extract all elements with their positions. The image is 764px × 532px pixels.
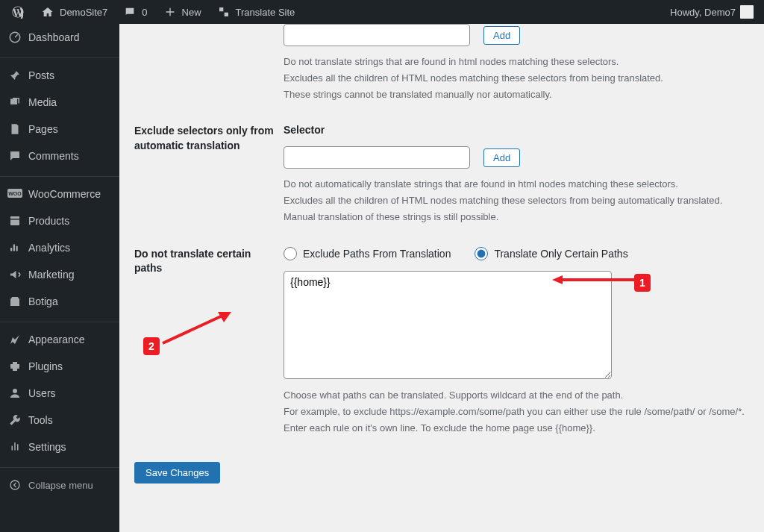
sidebar-separator xyxy=(0,173,119,177)
settings-icon xyxy=(7,439,22,454)
radio-translate-only-input[interactable] xyxy=(475,247,488,260)
annotation-marker-1: 1 xyxy=(634,274,651,292)
botiga-icon xyxy=(7,294,22,309)
annotation-arrow-1 xyxy=(552,274,634,286)
user-menu[interactable]: Howdy, Demo7 xyxy=(664,0,760,24)
collapse-menu[interactable]: Collapse menu xyxy=(0,472,119,498)
sidebar-item-label: Products xyxy=(28,215,69,227)
sidebar-item-label: Analytics xyxy=(28,242,70,254)
avatar xyxy=(740,5,754,19)
admin-bar: DemoSite7 0 New Translate Site Howdy, De… xyxy=(0,0,764,24)
main-content: Add Do not translate strings that are fo… xyxy=(119,24,764,532)
sidebar-item-appearance[interactable]: Appearance xyxy=(0,326,119,353)
tools-icon xyxy=(7,413,22,428)
selector-heading: Selector xyxy=(284,124,749,136)
sidebar-item-users[interactable]: Users xyxy=(0,380,119,407)
radio-exclude-paths[interactable]: Exclude Paths From Translation xyxy=(284,247,451,260)
sidebar-item-label: Tools xyxy=(28,414,53,426)
help-text: Manual translation of these strings is s… xyxy=(284,209,749,225)
media-icon xyxy=(7,95,22,110)
sidebar-item-label: WooCommerce xyxy=(28,188,101,200)
sidebar-separator xyxy=(0,464,119,468)
help-text: Do not automatically translate strings t… xyxy=(284,176,749,193)
marketing-icon xyxy=(7,267,22,282)
sidebar-item-tools[interactable]: Tools xyxy=(0,407,119,434)
wordpress-icon xyxy=(10,4,25,19)
sidebar-item-dashboard[interactable]: Dashboard xyxy=(0,24,119,51)
help-text: Choose what paths can be translated. Sup… xyxy=(284,387,749,404)
add-button[interactable]: Add xyxy=(483,26,520,45)
radio-label-text: Translate Only Certain Paths xyxy=(494,248,627,260)
woocommerce-icon: WOO xyxy=(7,187,22,201)
sidebar-item-label: Dashboard xyxy=(28,31,80,43)
exclude-auto-selector-input[interactable] xyxy=(284,146,470,169)
sidebar-item-label: Comments xyxy=(28,150,79,162)
products-icon xyxy=(7,213,22,228)
annotation-marker-2: 2 xyxy=(143,337,160,355)
sidebar-item-plugins[interactable]: Plugins xyxy=(0,353,119,380)
help-text: These strings cannot be translated manua… xyxy=(284,87,749,103)
home-icon xyxy=(40,4,55,19)
comment-icon xyxy=(122,4,137,19)
sidebar-item-marketing[interactable]: Marketing xyxy=(0,261,119,288)
translate-label: Translate Site xyxy=(236,7,295,18)
analytics-icon xyxy=(7,240,22,255)
translate-site[interactable]: Translate Site xyxy=(210,0,301,24)
collapse-icon xyxy=(7,478,22,492)
sidebar-item-label: Appearance xyxy=(28,334,85,345)
sidebar-item-media[interactable]: Media xyxy=(0,89,119,116)
annotation-arrow-2 xyxy=(160,309,231,346)
sidebar: Dashboard Posts Media Pages Comments WOO… xyxy=(0,24,119,532)
sidebar-item-comments[interactable]: Comments xyxy=(0,143,119,169)
howdy-label: Howdy, Demo7 xyxy=(670,7,736,18)
svg-point-4 xyxy=(10,481,19,489)
help-text: Excludes all the children of HTML nodes … xyxy=(284,193,749,209)
exclude-selector-input[interactable] xyxy=(284,24,470,46)
sidebar-item-label: Media xyxy=(28,96,57,108)
sidebar-item-settings[interactable]: Settings xyxy=(0,434,119,460)
save-changes-button[interactable]: Save Changes xyxy=(134,462,220,484)
sidebar-item-products[interactable]: Products xyxy=(0,207,119,234)
comments-count: 0 xyxy=(142,7,147,18)
sidebar-item-woocommerce[interactable]: WOO WooCommerce xyxy=(0,181,119,207)
sidebar-item-pages[interactable]: Pages xyxy=(0,116,119,143)
site-name[interactable]: DemoSite7 xyxy=(34,0,113,24)
sidebar-item-label: Users xyxy=(28,387,56,399)
radio-exclude-input[interactable] xyxy=(284,247,297,260)
svg-marker-6 xyxy=(552,275,563,284)
users-icon xyxy=(7,386,22,401)
sidebar-item-label: Posts xyxy=(28,69,54,81)
pages-icon xyxy=(7,122,22,137)
plugins-icon xyxy=(7,359,22,374)
sidebar-separator xyxy=(0,319,119,322)
svg-point-3 xyxy=(13,389,17,393)
svg-line-7 xyxy=(163,316,221,343)
comments-link[interactable]: 0 xyxy=(116,0,153,24)
help-text: Do not translate strings that are found … xyxy=(284,54,749,70)
pin-icon xyxy=(7,68,22,83)
site-name-label: DemoSite7 xyxy=(60,7,107,18)
svg-text:WOO: WOO xyxy=(8,191,22,196)
paths-textarea[interactable] xyxy=(284,271,612,379)
sidebar-item-label: Marketing xyxy=(28,269,74,281)
sidebar-item-botiga[interactable]: Botiga xyxy=(0,288,119,315)
help-text: Excludes all the children of HTML nodes … xyxy=(284,70,749,87)
sidebar-item-posts[interactable]: Posts xyxy=(0,62,119,89)
sidebar-item-analytics[interactable]: Analytics xyxy=(0,234,119,261)
plus-icon xyxy=(163,4,178,19)
radio-translate-only[interactable]: Translate Only Certain Paths xyxy=(475,247,627,260)
help-text: Enter each rule on it's own line. To exc… xyxy=(284,420,749,436)
wp-logo[interactable] xyxy=(4,0,31,24)
dashboard-icon xyxy=(7,30,22,45)
sidebar-item-label: Pages xyxy=(28,123,58,135)
translate-icon xyxy=(216,4,231,19)
new-label: New xyxy=(182,7,201,18)
collapse-label: Collapse menu xyxy=(28,480,93,491)
section-label: Exclude selectors only from automatic tr… xyxy=(134,124,284,225)
help-text: For example, to exclude https://example.… xyxy=(284,404,749,420)
new-content[interactable]: New xyxy=(157,0,207,24)
radio-label-text: Exclude Paths From Translation xyxy=(303,248,451,260)
sidebar-item-label: Botiga xyxy=(28,295,58,307)
comments-icon xyxy=(7,148,22,163)
add-button[interactable]: Add xyxy=(483,148,520,167)
